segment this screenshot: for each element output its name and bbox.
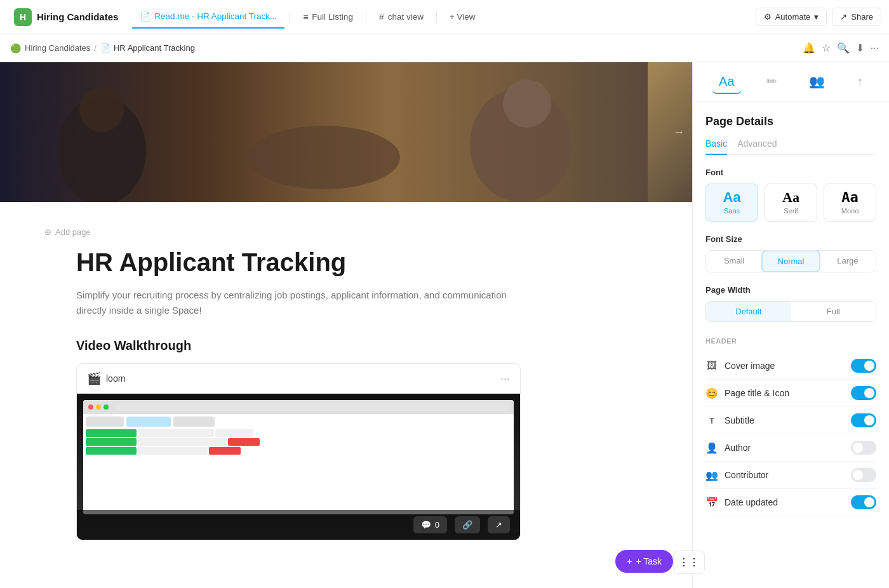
comment-count: 0 — [435, 520, 439, 530]
contributor-icon: 👥 — [705, 469, 718, 481]
task-plus-icon: + — [627, 556, 632, 566]
page-title-toggle[interactable] — [851, 386, 876, 400]
detail-tabs: Basic Advanced — [705, 138, 876, 155]
add-page-icon: ⊕ — [44, 227, 51, 237]
tab-readme-label: Read.me - HR Applicant Track... — [154, 11, 277, 21]
toggle-row-contributor: 👥 Contributor — [705, 462, 876, 489]
dot-yellow — [96, 404, 101, 410]
dot-green — [104, 404, 109, 410]
page-subtitle: Simplify your recruiting process by cent… — [76, 288, 521, 318]
task-label: + Task — [636, 556, 662, 566]
size-small[interactable]: Small — [706, 251, 762, 272]
size-normal[interactable]: Normal — [761, 250, 820, 272]
full-listing-icon: ≡ — [303, 12, 308, 22]
page-width-options: Default Full — [705, 301, 876, 322]
content-area: → ⊕ Add page HR Applicant Tracking Simpl… — [0, 62, 692, 588]
search-icon[interactable]: 🔍 — [837, 42, 850, 54]
page-title-toggle-thumb — [864, 388, 874, 398]
font-size-label: Font Size — [705, 234, 876, 244]
automate-chevron-icon: ▾ — [814, 12, 819, 22]
width-default[interactable]: Default — [706, 302, 791, 321]
automate-icon: ⚙ — [764, 12, 772, 22]
loom-table-row-3 — [86, 447, 511, 455]
width-full[interactable]: Full — [791, 302, 876, 321]
app-logo[interactable]: H Hiring Candidates — [8, 6, 124, 29]
author-toggle[interactable] — [851, 441, 876, 455]
loom-logo-text: loom — [106, 373, 125, 384]
font-sans-name: Sans — [711, 207, 752, 215]
apps-grid-icon: ⋮⋮ — [679, 557, 699, 568]
loom-nav-tabs — [86, 417, 511, 427]
tab-readme[interactable]: 📄 Read.me - HR Applicant Track... — [132, 6, 284, 29]
font-option-serif[interactable]: Aa Serif — [765, 184, 817, 222]
loom-menu-icon[interactable]: ··· — [500, 372, 510, 385]
author-icon: 👤 — [705, 442, 718, 454]
star-icon[interactable]: ☆ — [822, 42, 831, 54]
nav-divider-1 — [290, 11, 290, 23]
cover-image-toggle[interactable] — [851, 359, 876, 373]
sidebar-tab-typography[interactable]: Aa — [712, 70, 740, 94]
more-options-icon[interactable]: ··· — [871, 43, 879, 54]
reminder-icon[interactable]: 🔔 — [803, 42, 815, 54]
add-view-label: + View — [450, 12, 476, 22]
font-mono-display: Aa — [829, 190, 871, 204]
page-content: ⊕ Add page HR Applicant Tracking Simplif… — [0, 202, 572, 566]
size-large[interactable]: Large — [820, 251, 876, 272]
tab-full-listing-label: Full Listing — [312, 12, 353, 22]
share-button[interactable]: ↗ Share — [832, 8, 881, 26]
subtitle-toggle[interactable] — [851, 413, 876, 427]
page-title: HR Applicant Tracking — [76, 247, 521, 277]
date-updated-toggle[interactable] — [851, 495, 876, 509]
nav-divider-2 — [366, 11, 366, 23]
font-serif-display: Aa — [770, 190, 812, 204]
open-icon: ↗ — [495, 520, 502, 530]
link-icon: 🔗 — [462, 520, 472, 530]
detail-tab-basic[interactable]: Basic — [705, 138, 727, 155]
header-section: HEADER 🖼 Cover image 😊 Page title & Icon — [693, 337, 889, 516]
cover-image-label: Cover image — [725, 361, 851, 371]
tab-chat-view[interactable]: # chat view — [371, 6, 431, 29]
svg-point-3 — [248, 126, 400, 189]
loom-open-button[interactable]: ↗ — [488, 516, 510, 533]
font-option-mono[interactable]: Aa Mono — [824, 184, 876, 222]
automate-button[interactable]: ⚙ Automate ▾ — [756, 8, 827, 26]
sidebar-tab-collab[interactable]: 👥 — [803, 70, 831, 94]
cover-nav-arrow[interactable]: → — [673, 126, 685, 139]
loom-preview[interactable]: 💬 0 🔗 ↗ — [77, 394, 520, 540]
author-toggle-thumb — [853, 443, 863, 453]
detail-tab-advanced[interactable]: Advanced — [737, 138, 777, 155]
comment-icon: 💬 — [421, 520, 431, 530]
sidebar-top-tabs: Aa ✏ 👥 ↑ — [693, 62, 889, 102]
add-page-button[interactable]: ⊕ Add page — [44, 227, 521, 237]
loom-link-button[interactable]: 🔗 — [455, 516, 480, 533]
cover-image-svg — [0, 62, 648, 202]
toggle-row-page-title: 😊 Page title & Icon — [705, 380, 876, 407]
font-sans-display: Aa — [711, 190, 752, 204]
loom-comment-button[interactable]: 💬 0 — [413, 516, 447, 533]
breadcrumb-actions: 🔔 ☆ 🔍 ⬇ ··· — [803, 42, 879, 54]
dot-red — [88, 404, 93, 410]
font-label: Font — [705, 168, 876, 177]
toggle-row-date-updated: 📅 Date updated — [705, 489, 876, 516]
date-updated-icon: 📅 — [705, 497, 718, 509]
breadcrumb-parent[interactable]: Hiring Candidates — [25, 43, 90, 53]
sidebar-tab-share[interactable]: ↑ — [850, 70, 869, 94]
font-option-sans[interactable]: Aa Sans — [705, 184, 758, 222]
sidebar-tab-style[interactable]: ✏ — [760, 70, 784, 94]
cover-image-toggle-thumb — [864, 361, 874, 371]
tab-full-listing[interactable]: ≡ Full Listing — [295, 6, 361, 29]
subtitle-label: Subtitle — [725, 415, 851, 425]
page-details-title: Page Details — [705, 115, 876, 128]
loom-screen-mockup — [83, 400, 514, 514]
contributor-label: Contributor — [725, 470, 851, 480]
loom-tab-1 — [86, 417, 124, 427]
contributor-toggle[interactable] — [851, 468, 876, 482]
apps-button[interactable]: ⋮⋮ — [673, 551, 705, 574]
svg-point-5 — [503, 79, 551, 128]
download-icon[interactable]: ⬇ — [856, 42, 864, 54]
toggle-row-subtitle: T Subtitle — [705, 407, 876, 434]
tab-add-view[interactable]: + View — [442, 6, 483, 29]
task-button[interactable]: + + Task — [615, 550, 673, 573]
right-sidebar: Aa ✏ 👥 ↑ Page Details Basic Advanced Fon… — [692, 62, 889, 588]
subtitle-icon: T — [705, 416, 718, 425]
